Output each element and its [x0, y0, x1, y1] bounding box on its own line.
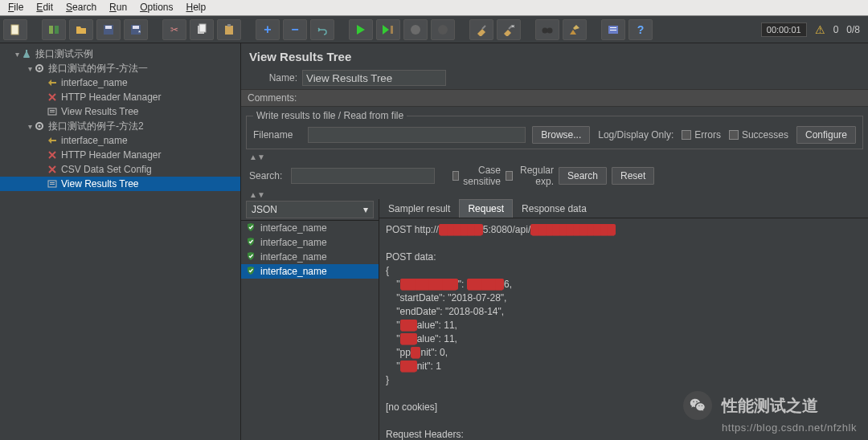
tab-response-data[interactable]: Response data: [513, 199, 596, 218]
file-fieldset: Write results to file / Read from file F…: [246, 110, 863, 149]
res-icon: [47, 178, 58, 189]
broom-button[interactable]: [563, 19, 587, 40]
tree-node-label: View Results Tree: [61, 178, 139, 189]
twisty-icon[interactable]: ▾: [13, 50, 21, 59]
file-legend: Write results to file / Read from file: [253, 110, 407, 121]
save-as-button[interactable]: *: [124, 19, 148, 40]
http-icon: [47, 77, 58, 88]
browse-button[interactable]: Browse...: [532, 126, 590, 144]
tab-request[interactable]: Request: [459, 199, 513, 218]
tree-node[interactable]: HTTP Header Manager: [0, 90, 240, 104]
plus-button[interactable]: +: [256, 19, 280, 40]
tree-node[interactable]: ▾接口测试的例子-方法2: [0, 119, 240, 133]
tree-node[interactable]: interface_name: [0, 133, 240, 148]
twisty-icon[interactable]: ▾: [26, 64, 34, 73]
regex-checkbox[interactable]: Regular exp.: [506, 165, 554, 187]
menu-help[interactable]: Help: [180, 0, 213, 15]
tree-node[interactable]: HTTP Header Manager: [0, 148, 240, 162]
tree-node-label: interface_name: [61, 77, 128, 88]
renderer-select[interactable]: JSON ▾: [246, 201, 374, 218]
result-item[interactable]: interface_name: [241, 250, 379, 264]
tree-node-label: 接口测试的例子-方法一: [48, 62, 148, 75]
menu-run[interactable]: Run: [103, 0, 133, 15]
search-button[interactable]: Search: [559, 167, 607, 185]
open-button[interactable]: [69, 19, 93, 40]
successes-checkbox[interactable]: Successes: [729, 129, 788, 141]
name-label: Name:: [249, 72, 297, 84]
new-file-button[interactable]: [3, 19, 27, 40]
binoculars-button[interactable]: [535, 19, 559, 40]
panel-header: View Results Tree: [241, 43, 868, 67]
result-item[interactable]: interface_name: [241, 264, 379, 279]
menu-options[interactable]: Options: [133, 0, 179, 15]
tree-node[interactable]: ▾接口测试的例子-方法一: [0, 61, 240, 75]
search-input[interactable]: [291, 168, 435, 184]
success-icon: [246, 237, 256, 249]
search-row: Search: Case sensitive Regular exp. Sear…: [241, 161, 868, 190]
cut-button[interactable]: ✂: [162, 19, 186, 40]
tools-button[interactable]: [601, 19, 625, 40]
reset-button[interactable]: Reset: [612, 167, 654, 185]
tree-node-label: CSV Data Set Config: [61, 164, 152, 175]
tab-sampler-result[interactable]: Sampler result: [379, 199, 459, 218]
result-item[interactable]: interface_name: [241, 221, 379, 235]
http-icon: [47, 135, 58, 146]
test-plan-tree[interactable]: ▾接口测试示例▾接口测试的例子-方法一interface_nameHTTP He…: [0, 43, 240, 194]
svg-point-17: [547, 27, 553, 33]
svg-rect-9: [199, 24, 206, 32]
undo-button[interactable]: [310, 19, 334, 40]
warning-count: 0: [833, 24, 839, 35]
stop-soft-button[interactable]: [403, 19, 428, 40]
comments-label: Comments:: [241, 89, 868, 107]
result-item[interactable]: interface_name: [241, 235, 379, 250]
run-next-button[interactable]: [376, 19, 400, 40]
paste-button[interactable]: [217, 19, 241, 40]
case-label: Case sensitive: [462, 165, 501, 187]
collapse-toggle-1[interactable]: ▲▼: [241, 153, 868, 161]
clear-button[interactable]: [469, 19, 493, 40]
twisty-icon[interactable]: ▾: [26, 122, 34, 131]
name-input[interactable]: [302, 70, 446, 86]
tree-node[interactable]: CSV Data Set Config: [0, 162, 240, 177]
svg-rect-10: [225, 26, 233, 35]
errors-checkbox[interactable]: Errors: [682, 129, 721, 141]
tree-node-label: interface_name: [61, 135, 128, 146]
menu-search[interactable]: Search: [59, 0, 103, 15]
page-title: View Results Tree: [249, 50, 860, 63]
results-list[interactable]: interface_nameinterface_nameinterface_na…: [241, 221, 379, 440]
tree-node[interactable]: View Results Tree: [0, 177, 240, 191]
tree-node[interactable]: interface_name: [0, 75, 240, 90]
menu-file[interactable]: File: [2, 0, 30, 15]
search-label: Search:: [249, 170, 286, 181]
gear-icon: [34, 63, 45, 74]
copy-button[interactable]: [190, 19, 214, 40]
stop-button[interactable]: [431, 19, 455, 40]
case-checkbox[interactable]: Case sensitive: [452, 165, 501, 187]
menu-edit[interactable]: Edit: [30, 0, 59, 15]
tree-node-label: HTTP Header Manager: [61, 92, 162, 103]
help-button[interactable]: ?: [628, 19, 653, 40]
run-button[interactable]: [349, 19, 373, 40]
svg-rect-12: [391, 26, 393, 34]
minus-button[interactable]: −: [283, 19, 307, 40]
templates-button[interactable]: [42, 19, 66, 40]
clear-all-button[interactable]: ×: [497, 19, 521, 40]
svg-point-16: [542, 27, 548, 33]
hh-icon: [47, 149, 58, 161]
save-button[interactable]: [96, 19, 121, 40]
tree-node[interactable]: View Results Tree: [0, 104, 240, 119]
request-view[interactable]: POST http://██████5:8080/api/███████████…: [379, 218, 868, 440]
svg-rect-19: [610, 27, 616, 28]
warning-icon[interactable]: ⚠: [815, 23, 825, 36]
csv-icon: [47, 164, 58, 175]
regex-label: Regular exp.: [516, 165, 554, 187]
filename-input[interactable]: [308, 127, 526, 143]
svg-rect-11: [227, 24, 231, 26]
menu-bar: FileEditSearchRunOptionsHelp: [0, 0, 868, 16]
filename-row: Filename Browse... Log/Display Only: Err…: [253, 126, 856, 144]
tree-node[interactable]: ▾接口测试示例: [0, 47, 240, 61]
configure-button[interactable]: Configure: [796, 126, 856, 144]
svg-rect-1: [49, 26, 53, 34]
svg-point-13: [411, 25, 420, 35]
collapse-toggle-2[interactable]: ▲▼: [241, 190, 868, 199]
